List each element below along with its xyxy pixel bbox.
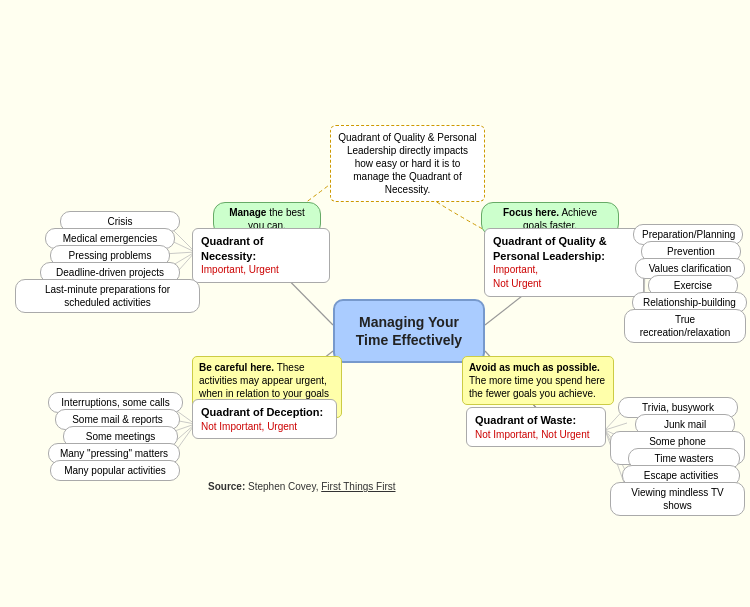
waste-quadrant: Quadrant of Waste: Not Important, Not Ur… bbox=[466, 407, 606, 447]
necessity-colon: : bbox=[252, 250, 256, 262]
callout-text: Quadrant of Quality & Personal Leadershi… bbox=[338, 132, 476, 195]
source-text: Source: Stephen Covey, First Things Firs… bbox=[208, 481, 396, 492]
source-note: Source: Stephen Covey, First Things Firs… bbox=[200, 475, 404, 498]
necessity-quadrant: Quadrant of Necessity: Important, Urgent bbox=[192, 228, 330, 283]
deception-quadrant: Quadrant of Deception: Not Important, Ur… bbox=[192, 399, 337, 439]
necessity-sub: Important, Urgent bbox=[201, 264, 279, 275]
quality-item-6: True recreation/relaxation bbox=[624, 309, 746, 343]
waste-title: Quadrant of Waste: bbox=[475, 414, 576, 426]
quality-quadrant: Quadrant of Quality &Personal Leadership… bbox=[484, 228, 644, 297]
deception-title: Quadrant of Deception: bbox=[201, 406, 323, 418]
waste-item-6: Viewing mindless TV shows bbox=[610, 482, 745, 516]
waste-tip-text: Avoid as much as possible. The more time… bbox=[469, 362, 605, 399]
quality-title: Quadrant of Quality &Personal Leadership bbox=[493, 235, 607, 262]
deception-item-5: Many popular activities bbox=[50, 460, 180, 481]
quality-sub: Important,Not Urgent bbox=[493, 264, 541, 289]
mind-map: Managing Your Time Effectively Quadrant … bbox=[0, 0, 750, 607]
callout-node: Quadrant of Quality & Personal Leadershi… bbox=[330, 125, 485, 202]
waste-sub: Not Important, Not Urgent bbox=[475, 429, 590, 440]
center-node: Managing Your Time Effectively bbox=[333, 299, 485, 363]
necessity-item-5: Last-minute preparations for scheduled a… bbox=[15, 279, 200, 313]
center-label: Managing Your Time Effectively bbox=[356, 314, 462, 348]
waste-tip: Avoid as much as possible. The more time… bbox=[462, 356, 614, 405]
deception-sub: Not Important, Urgent bbox=[201, 421, 297, 432]
svg-line-24 bbox=[605, 423, 627, 430]
